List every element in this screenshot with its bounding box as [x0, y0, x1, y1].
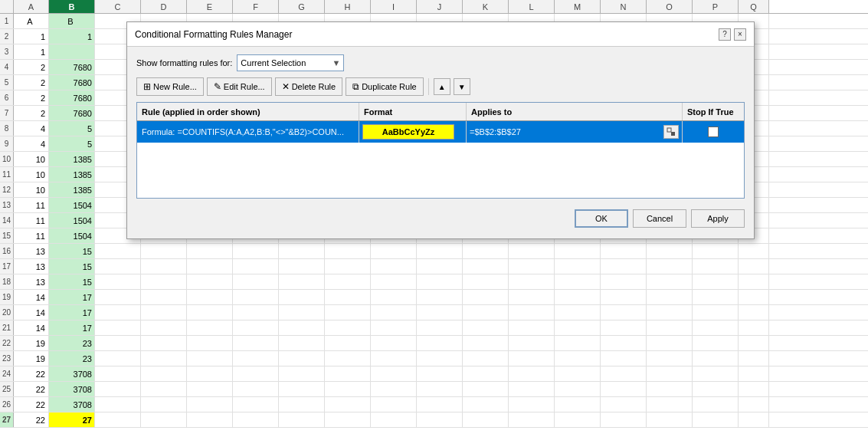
dropdown-arrow-icon: ▼	[332, 58, 340, 67]
col-header-k[interactable]: K	[463, 0, 509, 13]
col-header-i[interactable]: I	[371, 0, 417, 13]
col-header-c[interactable]: C	[95, 0, 141, 13]
col-header-n[interactable]: N	[601, 0, 647, 13]
table-header: Rule (applied in order shown) Format App…	[137, 103, 744, 121]
table-row: 171315	[0, 259, 868, 274]
col-header-o[interactable]: O	[647, 0, 693, 13]
col-rule-header: Rule (applied in order shown)	[137, 103, 359, 120]
col-header-b[interactable]: B	[49, 0, 95, 13]
edit-rule-label: Edit Rule...	[224, 82, 265, 91]
edit-rule-icon: ✎	[214, 81, 221, 92]
applies-range-button[interactable]	[663, 125, 679, 139]
table-row: 24223708	[0, 366, 868, 382]
rule-stop-cell	[683, 121, 744, 143]
rule-applies-text: =$B$2:$B$27	[470, 127, 660, 136]
col-header-q[interactable]: Q	[739, 0, 769, 13]
table-row: 181315	[0, 274, 868, 290]
svg-rect-0	[667, 128, 671, 132]
rules-table-body: Formula: =COUNTIFS(A:A,A2,B:B,"<>"&B2)>C…	[137, 121, 744, 198]
cancel-button[interactable]: Cancel	[633, 209, 686, 228]
table-row: 201417	[0, 305, 868, 320]
dialog-close-button[interactable]: ×	[734, 28, 746, 41]
range-select-icon	[667, 127, 676, 136]
table-row: 191417	[0, 290, 868, 305]
new-rule-icon: ⊞	[143, 81, 151, 92]
duplicate-rule-icon: ⧉	[352, 81, 359, 92]
dialog-controls: ? ×	[719, 28, 746, 41]
dialog-help-button[interactable]: ?	[719, 28, 731, 41]
move-up-button[interactable]: ▲	[434, 78, 450, 95]
show-rules-dropdown-value: Current Selection	[241, 58, 306, 67]
table-row: 231923	[0, 351, 868, 366]
delete-rule-label: Delete Rule	[292, 82, 336, 91]
new-rule-button[interactable]: ⊞ New Rule...	[136, 77, 204, 96]
col-header-f[interactable]: F	[233, 0, 279, 13]
cell-b1[interactable]: B	[49, 14, 95, 28]
show-rules-label: Show formatting rules for:	[136, 58, 232, 67]
conditional-formatting-dialog: Conditional Formatting Rules Manager ? ×…	[126, 21, 755, 239]
table-row: 25223708	[0, 382, 868, 397]
cell-a1[interactable]: A	[14, 14, 49, 28]
format-preview: AaBbCcYyZz	[362, 124, 454, 140]
table-row: 211417	[0, 320, 868, 336]
dialog-body: Show formatting rules for: Current Selec…	[127, 47, 754, 238]
col-header-g[interactable]: G	[279, 0, 325, 13]
table-row: 26223708	[0, 397, 868, 412]
col-header-l[interactable]: L	[509, 0, 555, 13]
col-header-h[interactable]: H	[325, 0, 371, 13]
dialog-footer: OK Cancel Apply	[136, 205, 745, 231]
show-rules-dropdown[interactable]: Current Selection ▼	[237, 54, 344, 71]
stop-if-true-checkbox[interactable]	[708, 127, 719, 137]
svg-rect-1	[671, 132, 675, 136]
rule-row[interactable]: Formula: =COUNTIFS(A:A,A2,B:B,"<>"&B2)>C…	[137, 121, 744, 143]
rule-formula: Formula: =COUNTIFS(A:A,A2,B:B,"<>"&B2)>C…	[137, 121, 359, 143]
duplicate-rule-button[interactable]: ⧉ Duplicate Rule	[346, 77, 424, 96]
table-row: 221923	[0, 336, 868, 351]
col-header-m[interactable]: M	[555, 0, 601, 13]
toolbar-row: ⊞ New Rule... ✎ Edit Rule... ✕ Delete Ru…	[136, 77, 745, 96]
toolbar-separator	[428, 78, 429, 95]
col-applies-header: Applies to	[467, 103, 683, 120]
show-rules-row: Show formatting rules for: Current Selec…	[136, 54, 745, 71]
column-headers: A B C D E F G H I J K L M N O P Q	[0, 0, 868, 14]
col-header-p[interactable]: P	[693, 0, 739, 13]
apply-button[interactable]: Apply	[691, 209, 745, 228]
col-header-d[interactable]: D	[141, 0, 187, 13]
table-row: 272227	[0, 412, 868, 428]
rule-format-cell: AaBbCcYyZz	[359, 121, 467, 143]
move-down-button[interactable]: ▼	[454, 78, 470, 95]
table-row: 161315	[0, 244, 868, 259]
row-num-1: 1	[0, 14, 14, 28]
col-stop-header: Stop If True	[683, 103, 744, 120]
col-format-header: Format	[359, 103, 467, 120]
rule-applies-cell: =$B$2:$B$27	[467, 121, 683, 143]
dialog-titlebar: Conditional Formatting Rules Manager ? ×	[127, 22, 754, 47]
delete-rule-button[interactable]: ✕ Delete Rule	[275, 77, 342, 96]
col-header-j[interactable]: J	[417, 0, 463, 13]
edit-rule-button[interactable]: ✎ Edit Rule...	[207, 77, 272, 96]
col-header-e[interactable]: E	[187, 0, 233, 13]
duplicate-rule-label: Duplicate Rule	[362, 82, 417, 91]
corner-cell	[0, 0, 14, 13]
rules-table: Rule (applied in order shown) Format App…	[136, 102, 745, 199]
dialog-title: Conditional Formatting Rules Manager	[135, 29, 292, 40]
ok-button[interactable]: OK	[575, 209, 628, 228]
new-rule-label: New Rule...	[153, 82, 197, 91]
delete-rule-icon: ✕	[282, 81, 290, 92]
col-header-a[interactable]: A	[14, 0, 49, 13]
